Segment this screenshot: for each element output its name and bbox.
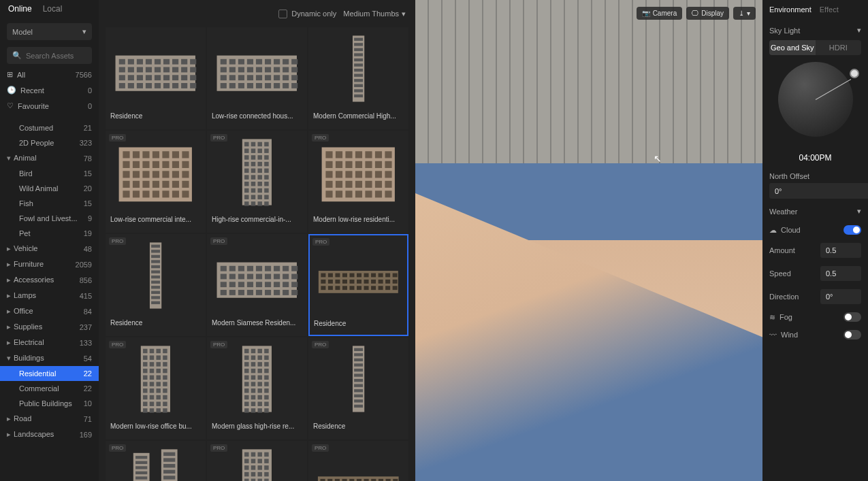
svg-rect-211 (151, 296, 160, 299)
download-icon: ⤓ (739, 10, 744, 17)
sun-position-widget[interactable] (775, 62, 856, 144)
category-residential[interactable]: Residential22 (0, 366, 99, 381)
category-public-buildings[interactable]: Public Buildings10 (0, 396, 99, 411)
svg-rect-348 (258, 382, 262, 386)
svg-rect-244 (247, 290, 253, 295)
dynamic-only-checkbox[interactable]: Dynamic only (278, 10, 336, 18)
amount-input[interactable] (820, 243, 861, 258)
asset-card[interactable]: Residence (106, 27, 206, 129)
asset-card[interactable]: PRO (207, 441, 307, 481)
svg-rect-281 (379, 286, 383, 290)
tab-effect[interactable]: Effect (820, 5, 839, 14)
nav-recent[interactable]: 🕒Recent0 (0, 82, 99, 98)
north-offset-input[interactable] (769, 183, 868, 199)
svg-rect-102 (123, 171, 130, 178)
svg-rect-119 (152, 191, 159, 198)
asset-card[interactable]: Low-rise connected hous... (207, 27, 307, 129)
tab-local[interactable]: Local (43, 4, 63, 14)
asset-card[interactable]: PROModern Siamese Residen... (207, 234, 307, 336)
asset-thumbnail (310, 235, 407, 317)
thumb-size-selector[interactable]: Medium Thumbs ▾ (343, 10, 406, 18)
category-wild-animal[interactable]: Wild Animal20 (0, 181, 99, 196)
geo-sky-option[interactable]: Geo and Sky (769, 40, 816, 55)
weather-header[interactable]: Weather ▾ (762, 201, 868, 221)
svg-rect-383 (135, 461, 147, 464)
svg-rect-197 (366, 191, 372, 198)
asset-card[interactable]: PROResidence (106, 234, 206, 336)
asset-card[interactable]: PRO (106, 441, 206, 481)
fog-toggle[interactable] (843, 312, 861, 322)
sky-light-header[interactable]: Sky Light ▾ (762, 20, 868, 40)
asset-card[interactable]: PROResidence (308, 337, 408, 439)
asset-card[interactable]: PROResidence (308, 234, 408, 336)
svg-rect-196 (355, 191, 362, 198)
wind-toggle[interactable] (843, 330, 861, 339)
category-lamps[interactable]: ▸Lamps415 (0, 288, 99, 303)
search-input[interactable] (26, 52, 86, 60)
hdri-option[interactable]: HDRI (816, 40, 862, 55)
svg-rect-134 (258, 155, 262, 159)
svg-rect-146 (258, 175, 262, 179)
svg-rect-33 (163, 83, 170, 88)
category-commercial[interactable]: Commercial22 (0, 381, 99, 396)
thumb-size-label: Medium Thumbs (343, 10, 399, 18)
tab-environment[interactable]: Environment (769, 5, 811, 14)
category-vehicle[interactable]: ▸Vehicle48 (0, 241, 99, 256)
category-2d-people[interactable]: 2D People323 (0, 135, 99, 150)
category-office[interactable]: ▸Office84 (0, 303, 99, 319)
asset-thumbnail (106, 235, 205, 316)
display-button[interactable]: 🖵 Display (686, 7, 729, 20)
svg-rect-99 (163, 161, 170, 168)
category-furniture[interactable]: ▸Furniture2059 (0, 256, 99, 272)
category-selector[interactable]: Model ▾ (7, 23, 92, 40)
nav-count: 7566 (76, 71, 92, 79)
category-buildings[interactable]: ▾Buildings54 (0, 350, 99, 366)
search-box[interactable]: 🔍 (7, 47, 92, 64)
download-button[interactable]: ⤓ ▾ (733, 7, 756, 20)
category-accessories[interactable]: ▸Accessories856 (0, 272, 99, 288)
asset-card[interactable]: PROLow-rise commercial inte... (106, 131, 206, 233)
category-landscapes[interactable]: ▸Landscapes169 (0, 427, 99, 442)
camera-button[interactable]: 📷 Camera (637, 7, 683, 20)
sun-handle[interactable] (850, 69, 859, 78)
asset-thumbnail (106, 338, 205, 420)
svg-rect-52 (265, 67, 271, 72)
category-road[interactable]: ▸Road71 (0, 411, 99, 427)
asset-card[interactable]: PROModern low-rise residenti... (308, 131, 408, 233)
nav-all[interactable]: ⊞All7566 (0, 67, 99, 82)
svg-rect-300 (163, 369, 167, 373)
svg-rect-241 (221, 290, 227, 295)
asset-card[interactable]: PROModern low-rise office bu... (106, 337, 206, 439)
category-animal[interactable]: ▾Animal78 (0, 150, 99, 166)
svg-rect-407 (264, 452, 268, 457)
tab-online[interactable]: Online (8, 4, 32, 14)
asset-card[interactable]: PROModern glass high-rise re... (207, 337, 307, 439)
category-label: Furniture (14, 260, 44, 268)
svg-rect-178 (385, 161, 392, 168)
category-fish[interactable]: Fish15 (0, 196, 99, 211)
asset-card[interactable]: Modern Commercial High... (308, 27, 408, 129)
category-electrical[interactable]: ▸Electrical133 (0, 335, 99, 350)
cloud-toggle[interactable] (843, 225, 861, 235)
viewport[interactable]: 📷 Camera 🖵 Display ⤓ ▾ ↖ (415, 0, 762, 481)
direction-input[interactable] (820, 289, 861, 304)
category-label: Landscapes (14, 430, 54, 438)
asset-card[interactable]: PRO (308, 441, 408, 481)
category-pet[interactable]: Pet19 (0, 226, 99, 241)
heart-icon: ♡ (7, 101, 14, 110)
speed-input[interactable] (820, 266, 861, 281)
category-bird[interactable]: Bird15 (0, 166, 99, 181)
category-supplies[interactable]: ▸Supplies237 (0, 319, 99, 335)
svg-rect-162 (258, 201, 262, 205)
category-count: 20 (84, 184, 92, 193)
svg-rect-199 (385, 191, 392, 198)
asset-card[interactable]: PROHigh-rise commercial-in-... (207, 131, 307, 233)
nav-favourite[interactable]: ♡Favourite0 (0, 98, 99, 114)
svg-rect-98 (152, 161, 159, 168)
direction-label: Direction (769, 293, 799, 301)
sky-light-label: Sky Light (769, 27, 800, 35)
category-fowl-and-livest-[interactable]: Fowl and Livest...9 (0, 211, 99, 226)
svg-rect-53 (274, 67, 280, 72)
category-costumed[interactable]: Costumed21 (0, 120, 99, 135)
svg-rect-136 (244, 162, 248, 166)
